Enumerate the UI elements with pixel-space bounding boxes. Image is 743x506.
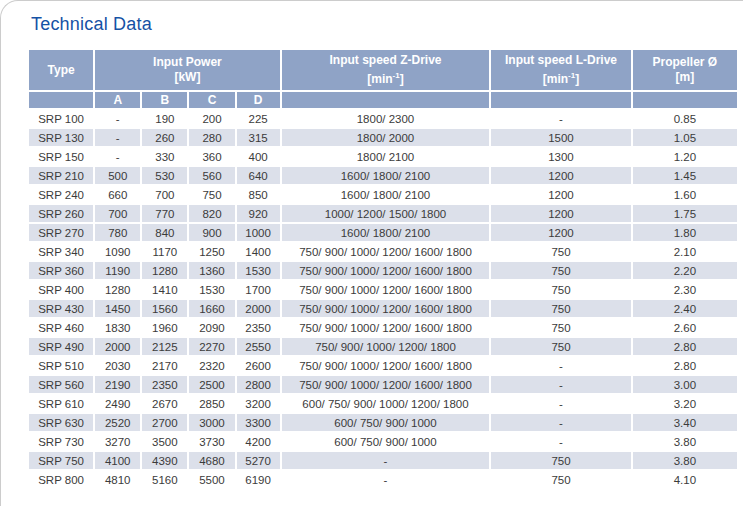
power-d-cell: 4200 bbox=[237, 433, 280, 450]
power-b-cell: 530 bbox=[142, 167, 187, 184]
subheader-l-drive-empty bbox=[491, 92, 630, 108]
power-c-cell: 3730 bbox=[189, 433, 234, 450]
power-c-cell: 1360 bbox=[189, 262, 234, 279]
table-row: SRP 7303270350037304200600/ 750/ 900/ 10… bbox=[29, 433, 737, 450]
header-l-drive: Input speed L-Drive [min-1] bbox=[491, 50, 630, 90]
l-drive-speed-cell: 1300 bbox=[491, 148, 630, 165]
power-d-cell: 2600 bbox=[237, 357, 280, 374]
power-a-cell: 2490 bbox=[95, 395, 140, 412]
power-d-cell: 2800 bbox=[237, 376, 280, 393]
power-c-cell: 3000 bbox=[189, 414, 234, 431]
l-drive-speed-cell: 750 bbox=[491, 452, 630, 469]
l-drive-speed-cell: 1200 bbox=[491, 186, 630, 203]
l-drive-speed-cell: - bbox=[491, 414, 630, 431]
l-drive-speed-cell: 750 bbox=[491, 262, 630, 279]
header-propeller-label: Propeller Ø bbox=[633, 55, 737, 70]
propeller-diameter-cell: 1.20 bbox=[633, 148, 737, 165]
z-drive-speed-cell: 1800/ 2000 bbox=[282, 129, 490, 146]
unit-open: [min bbox=[367, 72, 392, 86]
power-c-cell: 820 bbox=[189, 205, 234, 222]
propeller-diameter-cell: 1.05 bbox=[633, 129, 737, 146]
z-drive-speed-cell: 750/ 900/ 1000/ 1200/ 1600/ 1800 bbox=[282, 262, 490, 279]
table-row: SRP 4001280141015301700750/ 900/ 1000/ 1… bbox=[29, 281, 737, 298]
type-cell: SRP 560 bbox=[29, 376, 93, 393]
power-a-cell: 4810 bbox=[95, 471, 140, 488]
power-b-cell: 2670 bbox=[142, 395, 187, 412]
power-c-cell: 1660 bbox=[189, 300, 234, 317]
header-type-label: Type bbox=[48, 63, 75, 77]
propeller-diameter-cell: 2.60 bbox=[633, 319, 737, 336]
l-drive-speed-cell: - bbox=[491, 395, 630, 412]
z-drive-speed-cell: 1800/ 2100 bbox=[282, 148, 490, 165]
propeller-diameter-cell: 1.80 bbox=[633, 224, 737, 241]
table-row: SRP 5602190235025002800750/ 900/ 1000/ 1… bbox=[29, 376, 737, 393]
power-d-cell: 640 bbox=[237, 167, 280, 184]
header-propeller-unit: [m] bbox=[633, 70, 737, 85]
z-drive-speed-cell: 750/ 900/ 1000/ 1200/ 1600/ 1800 bbox=[282, 281, 490, 298]
table-row: SRP 3601190128013601530750/ 900/ 1000/ 1… bbox=[29, 262, 737, 279]
propeller-diameter-cell: 2.20 bbox=[633, 262, 737, 279]
propeller-diameter-cell: 3.80 bbox=[633, 452, 737, 469]
propeller-diameter-cell: 1.75 bbox=[633, 205, 737, 222]
type-cell: SRP 610 bbox=[29, 395, 93, 412]
subheader-col-d: D bbox=[237, 92, 280, 108]
propeller-diameter-cell: 2.30 bbox=[633, 281, 737, 298]
subheader-col-a: A bbox=[95, 92, 140, 108]
power-d-cell: 2550 bbox=[237, 338, 280, 355]
type-cell: SRP 340 bbox=[29, 243, 93, 260]
z-drive-speed-cell: 600/ 750/ 900/ 1000 bbox=[282, 433, 490, 450]
power-d-cell: 400 bbox=[237, 148, 280, 165]
header-propeller: Propeller Ø [m] bbox=[633, 50, 737, 90]
power-c-cell: 750 bbox=[189, 186, 234, 203]
power-b-cell: 1960 bbox=[142, 319, 187, 336]
power-c-cell: 2320 bbox=[189, 357, 234, 374]
propeller-diameter-cell: 2.10 bbox=[633, 243, 737, 260]
l-drive-speed-cell: - bbox=[491, 376, 630, 393]
power-b-cell: 1170 bbox=[142, 243, 187, 260]
table-row: SRP 130-2602803151800/ 200015001.05 bbox=[29, 129, 737, 146]
type-cell: SRP 400 bbox=[29, 281, 93, 298]
table-row: SRP 6302520270030003300600/ 750/ 900/ 10… bbox=[29, 414, 737, 431]
propeller-diameter-cell: 2.40 bbox=[633, 300, 737, 317]
l-drive-speed-cell: 1200 bbox=[491, 205, 630, 222]
type-cell: SRP 490 bbox=[29, 338, 93, 355]
l-drive-speed-cell: 750 bbox=[491, 281, 630, 298]
z-drive-speed-cell: 750/ 900/ 1000/ 1200/ 1600/ 1800 bbox=[282, 300, 490, 317]
power-a-cell: 2030 bbox=[95, 357, 140, 374]
power-c-cell: 1250 bbox=[189, 243, 234, 260]
power-b-cell: 1560 bbox=[142, 300, 187, 317]
l-drive-speed-cell: - bbox=[491, 357, 630, 374]
z-drive-speed-cell: - bbox=[282, 471, 490, 488]
type-cell: SRP 430 bbox=[29, 300, 93, 317]
table-row: SRP 150-3303604001800/ 210013001.20 bbox=[29, 148, 737, 165]
l-drive-speed-cell: - bbox=[491, 433, 630, 450]
power-a-cell: 780 bbox=[95, 224, 140, 241]
table-row: SRP 100-1902002251800/ 2300-0.85 bbox=[29, 110, 737, 127]
power-d-cell: 3200 bbox=[237, 395, 280, 412]
power-c-cell: 1530 bbox=[189, 281, 234, 298]
power-b-cell: 840 bbox=[142, 224, 187, 241]
propeller-diameter-cell: 4.10 bbox=[633, 471, 737, 488]
subheader-col-b: B bbox=[142, 92, 187, 108]
propeller-diameter-cell: 1.60 bbox=[633, 186, 737, 203]
power-b-cell: 2700 bbox=[142, 414, 187, 431]
power-b-cell: 1280 bbox=[142, 262, 187, 279]
propeller-diameter-cell: 0.85 bbox=[633, 110, 737, 127]
propeller-diameter-cell: 3.40 bbox=[633, 414, 737, 431]
power-c-cell: 2850 bbox=[189, 395, 234, 412]
power-c-cell: 280 bbox=[189, 129, 234, 146]
propeller-diameter-cell: 2.80 bbox=[633, 338, 737, 355]
subheader-type-empty bbox=[29, 92, 93, 108]
table-row: SRP 3401090117012501400750/ 900/ 1000/ 1… bbox=[29, 243, 737, 260]
power-b-cell: 260 bbox=[142, 129, 187, 146]
power-b-cell: 4390 bbox=[142, 452, 187, 469]
table-row: SRP 2607007708209201000/ 1200/ 1500/ 180… bbox=[29, 205, 737, 222]
type-cell: SRP 630 bbox=[29, 414, 93, 431]
power-c-cell: 2270 bbox=[189, 338, 234, 355]
power-b-cell: 330 bbox=[142, 148, 187, 165]
type-cell: SRP 730 bbox=[29, 433, 93, 450]
content-panel: Technical Data Type Input Power [kW] Inp… bbox=[0, 0, 743, 506]
z-drive-speed-cell: 750/ 900/ 1000/ 1200/ 1600/ 1800 bbox=[282, 243, 490, 260]
power-a-cell: - bbox=[95, 129, 140, 146]
l-drive-speed-cell: 1500 bbox=[491, 129, 630, 146]
